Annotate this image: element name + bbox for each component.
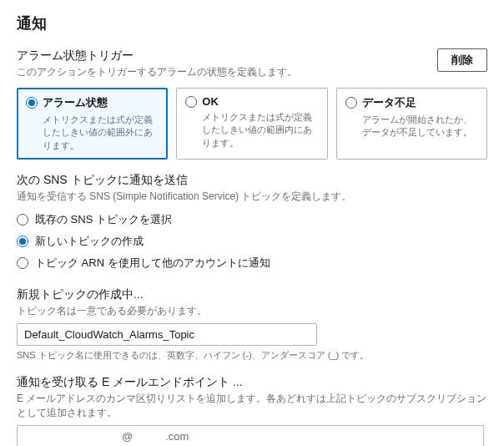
trigger-option-insufficient[interactable]: データ不足 アラームが開始されたか、データが不足しています。	[336, 88, 487, 160]
topic-name-helper: SNS トピック名に使用できるのは、英数字、ハイフン (-)、アンダースコア (…	[17, 349, 487, 362]
radio-icon	[26, 97, 38, 109]
sns-radio-group: 既存の SNS トピックを選択 新しいトピックの作成 トピック ARN を使用し…	[17, 209, 487, 274]
trigger-heading: アラーム状態トリガー	[17, 48, 297, 63]
new-topic-heading: 新規トピックの作成中...	[17, 287, 487, 302]
sns-option-arn[interactable]: トピック ARN を使用して他のアカウントに通知	[17, 252, 487, 274]
page-title: 通知	[17, 13, 487, 33]
trigger-sub: このアクションをトリガーするアラームの状態を定義します。	[17, 65, 297, 79]
radio-icon	[17, 236, 28, 247]
email-heading: 通知を受け取る E メールエンドポイント ...	[17, 375, 487, 390]
sns-option-new[interactable]: 新しいトピックの作成	[17, 231, 487, 252]
trigger-option-title: OK	[202, 95, 219, 108]
sns-option-existing[interactable]: 既存の SNS トピックを選択	[17, 209, 487, 231]
trigger-option-ok[interactable]: OK メトリクスまたは式が定義したしきい値の範囲内にあります。	[176, 88, 327, 160]
email-input[interactable]	[17, 425, 484, 446]
trigger-option-title: アラーム状態	[43, 95, 108, 110]
trigger-option-alarm[interactable]: アラーム状態 メトリクスまたは式が定義したしきい値の範囲外にあります。	[17, 88, 168, 160]
radio-icon	[185, 96, 197, 108]
sns-heading: 次の SNS トピックに通知を送信	[17, 173, 487, 188]
sns-option-label: 新しいトピックの作成	[35, 234, 144, 249]
radio-icon	[345, 97, 357, 109]
trigger-options: アラーム状態 メトリクスまたは式が定義したしきい値の範囲外にあります。 OK メ…	[17, 88, 487, 160]
trigger-option-desc: メトリクスまたは式が定義したしきい値の範囲外にあります。	[26, 114, 159, 152]
trigger-option-desc: メトリクスまたは式が定義したしきい値の範囲内にあります。	[185, 111, 318, 150]
email-sub: E メールアドレスのカンマ区切りリストを追加します。各あどれすは上記トピックのサ…	[17, 392, 487, 420]
sns-option-label: 既存の SNS トピックを選択	[35, 212, 172, 227]
trigger-option-desc: アラームが開始されたか、データが不足しています。	[345, 114, 478, 139]
topic-name-input[interactable]	[17, 323, 317, 346]
trigger-option-title: データ不足	[362, 95, 416, 110]
new-topic-sub: トピック名は一意である必要があります。	[17, 304, 487, 318]
delete-button[interactable]: 削除	[437, 48, 487, 72]
sns-option-label: トピック ARN を使用して他のアカウントに通知	[35, 256, 270, 271]
radio-icon	[17, 214, 28, 226]
sns-sub: 通知を受信する SNS (Simple Notification Service…	[17, 190, 487, 204]
radio-icon	[17, 257, 28, 269]
